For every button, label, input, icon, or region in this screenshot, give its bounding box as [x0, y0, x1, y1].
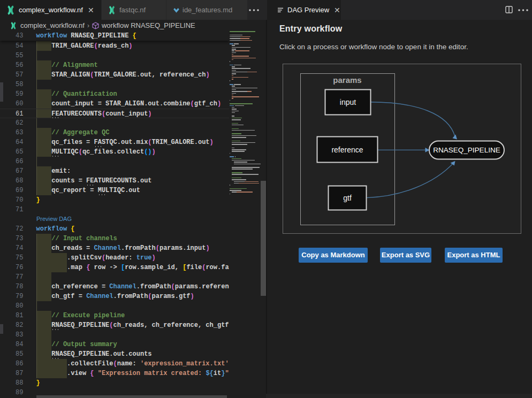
svg-text:params: params [333, 75, 361, 85]
svg-text:input: input [340, 98, 356, 106]
svg-text:reference: reference [331, 146, 363, 154]
svg-text:gtf: gtf [343, 194, 352, 202]
svg-text:RNASEQ_PIPELINE: RNASEQ_PIPELINE [433, 146, 500, 154]
